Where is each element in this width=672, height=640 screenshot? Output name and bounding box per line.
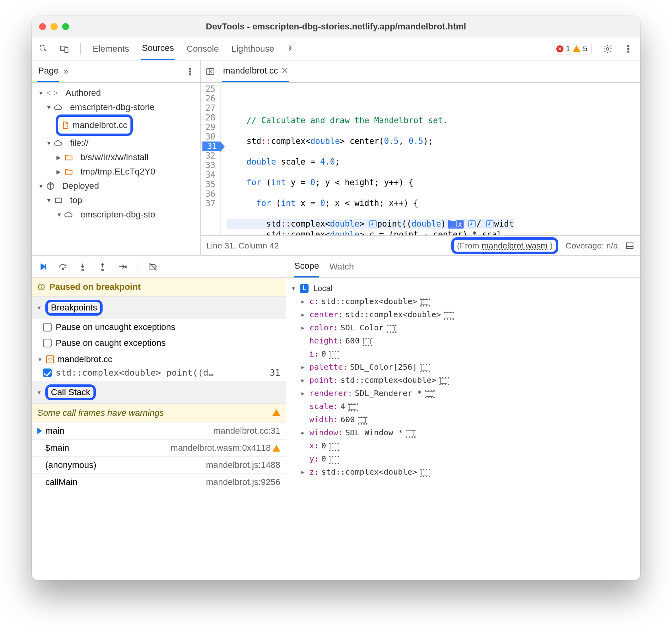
close-tab-icon[interactable]: ✕ xyxy=(281,66,288,76)
expand-icon[interactable]: ▶ xyxy=(301,465,307,479)
breakpoint-line[interactable]: 31 xyxy=(202,142,220,151)
stack-frame[interactable]: mainmandelbrot.cc:31 xyxy=(32,422,286,439)
issue-counter[interactable]: ✕ 1 5 xyxy=(552,43,592,54)
svg-point-8 xyxy=(189,71,191,72)
deactivate-breakpoints-icon[interactable] xyxy=(148,262,158,272)
tab-console[interactable]: Console xyxy=(186,38,219,60)
step-icon[interactable] xyxy=(118,262,127,272)
memory-icon[interactable] xyxy=(440,378,447,384)
expand-icon[interactable]: ▶ xyxy=(301,387,307,400)
expand-icon[interactable]: ▶ xyxy=(301,308,307,321)
show-console-icon[interactable] xyxy=(625,241,635,250)
scope-variable[interactable]: scale: 4 xyxy=(301,400,635,413)
memory-icon[interactable] xyxy=(421,299,428,305)
expand-icon[interactable]: ▶ xyxy=(301,321,307,334)
variable-value: 0 xyxy=(321,347,326,361)
checkbox-icon[interactable] xyxy=(43,323,52,332)
file-tree[interactable]: ▼< > Authored ▼ emscripten-dbg-storie ma… xyxy=(32,83,200,225)
tab-sources[interactable]: Sources xyxy=(141,37,175,60)
pause-uncaught-checkbox[interactable]: Pause on uncaught exceptions xyxy=(32,319,286,335)
memory-icon[interactable] xyxy=(445,312,452,318)
page-tab[interactable]: Page xyxy=(37,60,59,82)
expand-icon[interactable]: ▶ xyxy=(301,374,307,387)
scope-variable[interactable]: ▶center: std::complex<double> xyxy=(301,308,635,321)
memory-icon[interactable] xyxy=(330,352,337,357)
scope-variable[interactable]: ▶window: SDL_Window * xyxy=(301,426,635,439)
scope-variable[interactable]: ▶c: std::complex<double> xyxy=(301,295,635,308)
step-out-icon[interactable] xyxy=(98,262,107,272)
toggle-navigator-icon[interactable] xyxy=(206,67,215,76)
line-gutter[interactable]: 25 2627282930 31 323334353637 xyxy=(201,83,221,235)
more-nav-tabs-icon[interactable]: » xyxy=(63,66,68,77)
source-mapped-from[interactable]: (From mandelbrot.wasm ) xyxy=(451,237,558,254)
tree-folder[interactable]: b/s/w/ir/x/w/install xyxy=(80,150,148,165)
inline-bp-icon[interactable] xyxy=(369,220,377,227)
checkbox-icon[interactable] xyxy=(43,339,52,347)
stack-frame[interactable]: callMainmandelbrot.js:9256 xyxy=(32,473,286,491)
tree-authored[interactable]: Authored xyxy=(65,86,101,100)
inspect-icon[interactable] xyxy=(39,44,49,54)
code-content[interactable]: // Calculate and draw the Mandelbrot set… xyxy=(221,83,514,235)
settings-icon[interactable] xyxy=(603,44,612,54)
tab-lighthouse[interactable]: Lighthouse xyxy=(231,38,275,60)
memory-icon[interactable] xyxy=(330,444,337,449)
inline-value-chip[interactable]: x xyxy=(448,220,463,229)
tab-scope[interactable]: Scope xyxy=(294,256,319,277)
frame-name: main xyxy=(45,426,64,436)
tree-origin[interactable]: emscripten-dbg-storie xyxy=(70,100,155,114)
memory-icon[interactable] xyxy=(330,457,337,462)
scope-variable[interactable]: ▶palette: SDL_Color[256] xyxy=(301,361,635,374)
tab-watch[interactable]: Watch xyxy=(329,262,354,272)
tree-folder[interactable]: tmp/tmp.ELcTq2Y0 xyxy=(80,165,155,179)
scope-variable[interactable]: ▶renderer: SDL_Renderer * xyxy=(301,387,635,400)
tree-top-frame[interactable]: top xyxy=(70,193,82,208)
memory-icon[interactable] xyxy=(349,404,356,410)
stack-frame[interactable]: $mainmandelbrot.wasm:0x4118 xyxy=(32,439,286,456)
scope-variable[interactable]: width: 600 xyxy=(301,413,635,426)
memory-icon[interactable] xyxy=(407,431,414,436)
scope-variable[interactable]: ▶color: SDL_Color xyxy=(301,321,635,334)
memory-icon[interactable] xyxy=(359,417,366,423)
expand-icon[interactable]: ▶ xyxy=(301,426,307,439)
breakpoints-header[interactable]: ▼ Breakpoints xyxy=(32,296,286,319)
pause-caught-checkbox[interactable]: Pause on caught exceptions xyxy=(32,335,286,351)
code-editor[interactable]: 25 2627282930 31 323334353637 // Calcula… xyxy=(201,83,640,235)
inline-bp-icon[interactable] xyxy=(486,220,493,227)
resume-icon[interactable] xyxy=(38,262,48,272)
step-into-icon[interactable] xyxy=(78,262,87,272)
highlighted-file[interactable]: mandelbrot.cc xyxy=(56,114,133,136)
tree-file-scheme[interactable]: file:// xyxy=(70,136,88,150)
step-over-icon[interactable] xyxy=(58,262,68,272)
breakpoint-entry[interactable]: std::complex<double> point((d…31 xyxy=(32,366,286,381)
nav-kebab-icon[interactable] xyxy=(185,67,195,76)
breakpoint-file[interactable]: ▼<>mandelbrot.cc xyxy=(32,351,286,366)
scope-local[interactable]: Local xyxy=(313,282,332,295)
memory-icon[interactable] xyxy=(421,470,428,475)
callstack-header[interactable]: ▼ Call Stack xyxy=(32,381,286,404)
file-mandelbrot[interactable]: mandelbrot.cc xyxy=(72,118,127,132)
expand-icon[interactable]: ▶ xyxy=(301,361,307,374)
kebab-menu-icon[interactable] xyxy=(623,44,633,54)
scope-variable[interactable]: ▶point: std::complex<double> xyxy=(301,374,635,387)
scope-variable[interactable]: y: 0 xyxy=(301,452,635,465)
more-tabs-icon[interactable] xyxy=(286,44,294,54)
expand-icon[interactable]: ▶ xyxy=(301,295,307,308)
scope-body[interactable]: ▼LLocal ▶c: std::complex<double>▶center:… xyxy=(286,278,640,483)
tab-elements[interactable]: Elements xyxy=(92,38,130,60)
scope-variable[interactable]: ▶z: std::complex<double> xyxy=(301,465,635,479)
memory-icon[interactable] xyxy=(363,339,371,344)
tree-deployed[interactable]: Deployed xyxy=(62,179,99,193)
memory-icon[interactable] xyxy=(426,391,433,397)
inline-bp-icon[interactable] xyxy=(468,220,476,227)
device-toggle-icon[interactable] xyxy=(60,44,69,54)
scope-variable[interactable]: x: 0 xyxy=(301,439,635,452)
tree-origin[interactable]: emscripten-dbg-sto xyxy=(80,208,155,222)
scope-variable[interactable]: height: 600 xyxy=(301,334,635,347)
scope-variable[interactable]: i: 0 xyxy=(301,347,635,361)
editor-tab-mandelbrot[interactable]: mandelbrot.cc ✕ xyxy=(222,60,289,82)
memory-icon[interactable] xyxy=(421,365,428,370)
checkbox-checked-icon[interactable] xyxy=(43,368,52,377)
memory-icon[interactable] xyxy=(388,326,395,331)
source-map-link[interactable]: mandelbrot.wasm xyxy=(482,241,548,250)
stack-frame[interactable]: (anonymous)mandelbrot.js:1488 xyxy=(32,456,286,473)
